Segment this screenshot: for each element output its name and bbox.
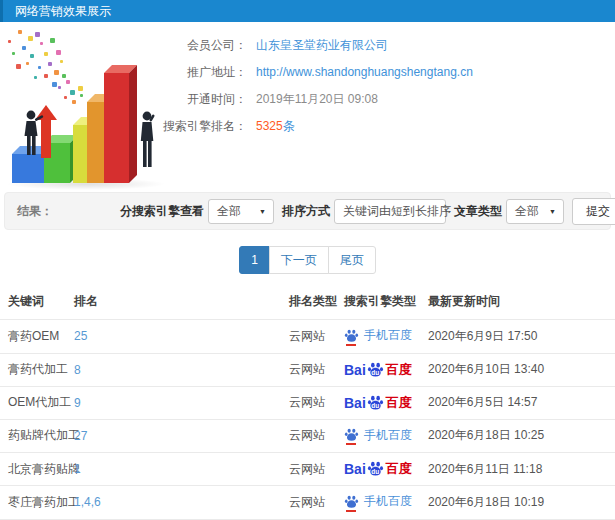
- rank-link[interactable]: 8: [74, 363, 81, 377]
- businessman-left-icon: [19, 110, 45, 156]
- article-type-label: 文章类型: [454, 203, 502, 220]
- engine-mobile-baidu: 手机百度: [344, 493, 412, 510]
- rank-link[interactable]: 9: [74, 396, 81, 410]
- promo-url-label: 推广地址：: [161, 64, 247, 81]
- baidu-paw-icon: [344, 428, 359, 442]
- baidu-logo-cn: 百度: [386, 361, 412, 379]
- baidu-logo-bai: Bai: [344, 461, 366, 477]
- bar-red: [104, 65, 137, 183]
- rank-type-cell: 云网站: [285, 353, 340, 386]
- header-engine-type: 搜索引擎类型: [340, 286, 424, 320]
- rank-cell: 1: [70, 453, 285, 486]
- red-underline: [346, 443, 356, 445]
- company-info: 会员公司： 山东皇圣堂药业有限公司 推广地址： http://www.shand…: [161, 36, 601, 144]
- table-row: 膏药代加工 8 云网站 Baidu百度 2020年6月10日 13:40: [0, 353, 615, 386]
- updated-cell: 2020年6月10日 13:40: [424, 353, 615, 386]
- engine-label: 手机百度: [364, 427, 412, 444]
- rank-link[interactable]: 1: [74, 462, 81, 476]
- engine-select[interactable]: 全部 ▼: [208, 199, 274, 224]
- pagination: 1 下一页 尾页: [0, 246, 615, 274]
- engine-baidu: Baidu百度: [344, 361, 412, 379]
- engine-label: 手机百度: [364, 493, 412, 510]
- header-updated: 最新更新时间: [424, 286, 615, 320]
- baidu-logo-du: du: [371, 369, 379, 376]
- result-label: 结果：: [17, 203, 53, 220]
- rank-link[interactable]: 27: [74, 429, 87, 443]
- promo-url-row: 推广地址： http://www.shandonghuangshengtang.…: [161, 63, 601, 81]
- keyword-cell: 药贴牌代加工: [0, 419, 70, 453]
- chevron-down-icon: ▼: [259, 208, 266, 215]
- member-company-label: 会员公司：: [161, 37, 247, 54]
- rank-type-cell: 云网站: [285, 486, 340, 520]
- rank-type-cell: 云网站: [285, 419, 340, 453]
- table-row: 北京膏药贴牌 1 云网站 Baidu百度 2020年6月11日 11:18: [0, 453, 615, 486]
- updated-cell: 2020年6月11日 11:18: [424, 453, 615, 486]
- engine-filter-label: 分搜索引擎查看: [120, 203, 204, 220]
- rank-cell: 8: [70, 353, 285, 386]
- engine-mobile-baidu: 手机百度: [344, 427, 412, 444]
- chevron-down-icon: ▼: [549, 208, 556, 215]
- results-table: 关键词 排名 排名类型 搜索引擎类型 最新更新时间 膏药OEM 25 云网站 手…: [0, 286, 615, 520]
- title-bar: 网络营销效果展示: [0, 0, 615, 22]
- sort-select-value: 关键词由短到长排序: [343, 203, 451, 220]
- article-type-select-value: 全部: [515, 203, 539, 220]
- table-header-row: 关键词 排名 排名类型 搜索引擎类型 最新更新时间: [0, 286, 615, 320]
- filter-bar: 结果： 分搜索引擎查看 全部 ▼ 排序方式 关键词由短到长排序 ▼ 文章类型 全…: [4, 192, 611, 230]
- keyword-cell: OEM代加工: [0, 386, 70, 419]
- red-underline: [346, 344, 356, 346]
- updated-cell: 2020年6月18日 10:19: [424, 486, 615, 520]
- engine-cell: 手机百度: [340, 486, 424, 520]
- businessman-right-icon: [136, 111, 160, 169]
- company-name-link[interactable]: 山东皇圣堂药业有限公司: [256, 37, 388, 54]
- table-row: OEM代加工 9 云网站 Baidu百度 2020年6月5日 14:57: [0, 386, 615, 419]
- engine-baidu: Baidu百度: [344, 460, 412, 478]
- keyword-cell: 膏药代加工: [0, 353, 70, 386]
- engine-cell: Baidu百度: [340, 453, 424, 486]
- table-row: 药贴牌代加工 27 云网站 手机百度 2020年6月18日 10:25: [0, 419, 615, 453]
- engine-rank-label: 搜索引擎排名：: [161, 118, 247, 135]
- open-time-label: 开通时间：: [161, 91, 247, 108]
- engine-cell: Baidu百度: [340, 386, 424, 419]
- keyword-cell: 北京膏药贴牌: [0, 453, 70, 486]
- pagination-page-1[interactable]: 1: [239, 246, 270, 274]
- engine-baidu: Baidu百度: [344, 394, 412, 412]
- baidu-logo-du: du: [371, 402, 379, 409]
- updated-cell: 2020年6月18日 10:25: [424, 419, 615, 453]
- rank-link[interactable]: 25: [74, 329, 87, 343]
- engine-cell: 手机百度: [340, 419, 424, 453]
- header-rank: 排名: [70, 286, 285, 320]
- baidu-logo-bai: Bai: [344, 395, 366, 411]
- rank-cell: 27: [70, 419, 285, 453]
- baidu-logo-bai: Bai: [344, 362, 366, 378]
- baidu-logo-du: du: [371, 468, 379, 475]
- open-time-row: 开通时间： 2019年11月20日 09:08: [161, 90, 601, 108]
- baidu-paw-icon: [344, 329, 359, 343]
- engine-cell: Baidu百度: [340, 353, 424, 386]
- engine-select-value: 全部: [217, 203, 241, 220]
- article-type-select[interactable]: 全部 ▼: [506, 199, 564, 224]
- rank-type-cell: 云网站: [285, 386, 340, 419]
- filter-controls: 分搜索引擎查看 全部 ▼ 排序方式 关键词由短到长排序 ▼ 文章类型 全部 ▼ …: [112, 198, 615, 225]
- info-section: 会员公司： 山东皇圣堂药业有限公司 推广地址： http://www.shand…: [0, 22, 615, 190]
- table-row: 枣庄膏药加工 1,4,6 云网站 手机百度 2020年6月18日 10:19: [0, 486, 615, 520]
- header-rank-type: 排名类型: [285, 286, 340, 320]
- updated-cell: 2020年6月9日 17:50: [424, 320, 615, 354]
- rank-count-suffix: 条: [283, 118, 295, 135]
- engine-label: 手机百度: [364, 327, 412, 344]
- rank-type-cell: 云网站: [285, 320, 340, 354]
- header-keyword: 关键词: [0, 286, 70, 320]
- pagination-next[interactable]: 下一页: [269, 246, 329, 274]
- submit-button[interactable]: 提交: [572, 198, 615, 225]
- rank-link[interactable]: 1,4,6: [74, 495, 101, 509]
- sort-select[interactable]: 关键词由短到长排序 ▼: [334, 199, 446, 224]
- red-underline: [346, 510, 356, 512]
- promo-url-link[interactable]: http://www.shandonghuangshengtang.cn: [256, 65, 473, 79]
- engine-mobile-baidu: 手机百度: [344, 327, 412, 344]
- table-body: 膏药OEM 25 云网站 手机百度 2020年6月9日 17:50 膏药代加工 …: [0, 320, 615, 520]
- pagination-last[interactable]: 尾页: [328, 246, 376, 274]
- open-time-value: 2019年11月20日 09:08: [256, 91, 378, 108]
- sort-filter-label: 排序方式: [282, 203, 330, 220]
- rank-type-cell: 云网站: [285, 453, 340, 486]
- baidu-logo-cn: 百度: [386, 460, 412, 478]
- page-title: 网络营销效果展示: [15, 4, 111, 18]
